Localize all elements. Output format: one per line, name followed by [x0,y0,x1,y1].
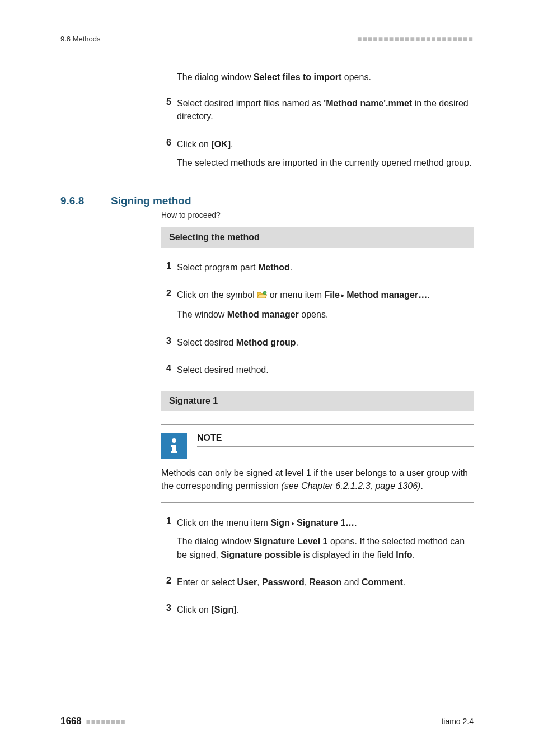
select-step-2: 2 Click on the symbol or menu item File … [161,288,474,326]
text-bold: Password [262,577,305,587]
text: . [290,263,292,272]
step-6: 6 Click on [OK]. The selected methods ar… [161,138,474,175]
text: Select desired method. [177,363,269,376]
text-bold: Method manager [227,310,299,319]
text: The window [177,310,227,319]
note-box: NOTE Methods can only be signed at level… [161,424,474,503]
text: Click on the symbol [177,290,257,300]
note-title-wrap: NOTE [197,425,474,447]
text-bold: Signature Level 1 [254,536,328,546]
page-footer: 1668■■■■■■■■ tiamo 2.4 [60,716,474,727]
section-number: 9.6.8 [60,195,111,207]
text: Enter or select [177,577,237,587]
page-body: The dialog window Select files to import… [0,48,534,622]
section-subintro: How to proceed? [161,211,474,220]
text: . [231,139,233,149]
step-number: 6 [161,138,177,148]
text: , [305,577,310,587]
text: Click on [177,605,211,614]
text: opens. [341,72,371,82]
header-section-label: 9.6 Methods [60,35,101,43]
step-text: Click on the menu item Sign ▸ Signature … [177,516,474,567]
text-italic: (see Chapter 6.2.1.2.3, page 1306) [281,481,420,491]
info-icon [161,433,187,459]
text: . [413,550,415,559]
text-bold: 'Method name'.mmet [324,99,412,108]
text: Select desired [177,338,236,347]
step-text: Select program part Method. [177,261,292,279]
footer-right: tiamo 2.4 [441,717,474,726]
text-bold: [OK] [211,139,231,149]
text: The dialog window [177,72,254,82]
text: . [427,290,429,300]
folder-open-icon [257,290,267,302]
text: . [420,481,423,491]
text-bold: User [237,577,257,587]
subheading-signature: Signature 1 [161,391,474,411]
step-number: 2 [161,576,177,586]
text-bold: Comment [362,577,403,587]
select-step-3: 3 Select desired Method group. [161,336,474,354]
step-5: 5 Select desired import files named as '… [161,97,474,128]
sign-step-2: 2 Enter or select User, Password, Reason… [161,576,474,594]
text: Select program part [177,263,258,272]
text-bold: Method manager… [346,290,427,300]
sign-step-3: 3 Click on [Sign]. [161,603,474,622]
step-text: Enter or select User, Password, Reason a… [177,576,405,594]
text: . [237,605,239,614]
text: and [341,577,362,587]
text-bold: Sign [270,518,290,528]
section-heading: 9.6.8 Signing method [60,195,474,207]
note-header: NOTE [161,425,474,459]
text-bold: Reason [310,577,342,587]
header-decoration: ■■■■■■■■■■■■■■■■■■■■■■ [357,34,474,44]
text: The dialog window [177,536,254,546]
menu-arrow-icon: ▸ [290,520,297,526]
text: Click on the menu item [177,518,270,528]
text: opens. [299,310,328,319]
step-number: 4 [161,363,177,374]
text: . [403,577,405,587]
text-bold: File [324,290,340,300]
menu-arrow-icon: ▸ [340,292,346,298]
sign-step-1: 1 Click on the menu item Sign ▸ Signatur… [161,516,474,567]
text: . [354,518,357,528]
step-number: 1 [161,261,177,271]
page-number: 1668 [60,716,82,726]
text: or menu item [270,290,325,300]
text: The selected methods are imported in the… [177,156,472,169]
text-bold: Info [396,550,412,559]
step-text: Click on the symbol or menu item File ▸ … [177,288,430,326]
note-title: NOTE [197,425,474,447]
svg-point-0 [263,291,266,295]
text: . [296,338,298,347]
footer-left: 1668■■■■■■■■ [60,716,126,727]
text-bold: [Sign] [211,605,236,614]
text-bold: Method group [236,338,296,347]
select-step-1: 1 Select program part Method. [161,261,474,279]
page-header: 9.6 Methods ■■■■■■■■■■■■■■■■■■■■■■ [0,34,534,48]
text-bold: Signature 1… [297,518,354,528]
step-number: 1 [161,516,177,526]
step-number: 5 [161,97,177,107]
note-body: Methods can only be signed at level 1 if… [161,459,474,502]
text: Click on [177,139,211,149]
svg-rect-3 [171,445,174,447]
step-number: 3 [161,603,177,613]
select-step-4: 4 Select desired method. [161,363,474,382]
svg-point-1 [172,438,176,443]
text: is displayed in the field [301,550,396,559]
intro-text: The dialog window Select files to import… [177,71,474,83]
step-text: Click on [OK]. The selected methods are … [177,138,472,175]
text-bold: Method [258,263,290,272]
text-bold: Select files to import [254,72,341,82]
step-number: 2 [161,288,177,298]
text-bold: Signature possible [221,550,301,559]
footer-dots: ■■■■■■■■ [86,717,126,726]
step-text: Select desired import files named as 'Me… [177,97,474,128]
step-text: Click on [Sign]. [177,603,239,622]
text: , [257,577,262,587]
section-title: Signing method [111,195,191,207]
svg-rect-4 [171,451,177,453]
text: Select desired import files named as [177,99,324,108]
